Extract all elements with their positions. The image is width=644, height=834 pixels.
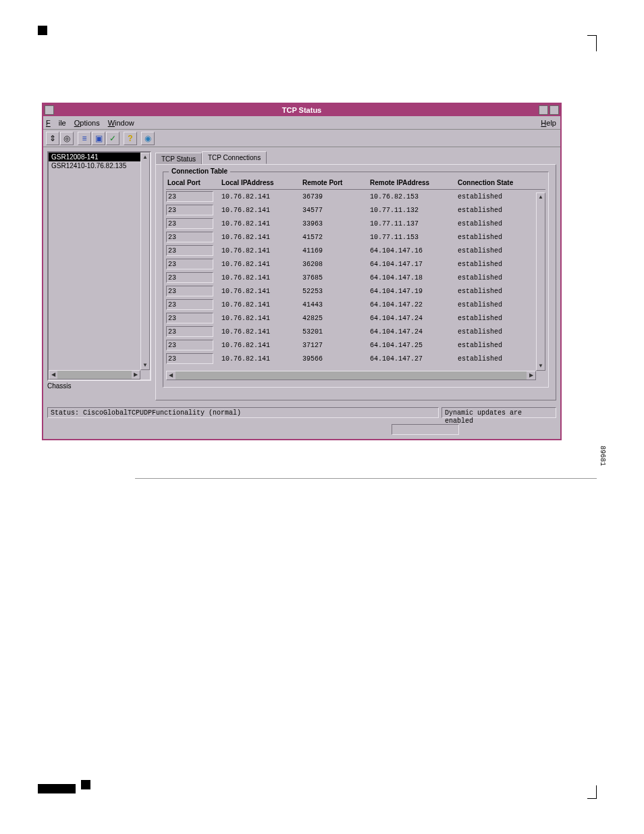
header-local-port[interactable]: Local Port (166, 179, 220, 186)
cell-local-port: 23 (166, 326, 213, 337)
menu-options[interactable]: Options (74, 119, 100, 127)
scroll-up-icon[interactable]: ▲ (141, 153, 149, 161)
cell-conn-state: established (456, 328, 524, 336)
status-text: Status: CiscoGlobalTCPUDPFunctionality (… (47, 407, 439, 418)
header-remote-port[interactable]: Remote Port (301, 179, 369, 186)
cell-remote-port: 36208 (301, 261, 369, 268)
minimize-button[interactable] (539, 105, 548, 115)
cell-conn-state: established (456, 261, 524, 268)
scroll-right-icon[interactable]: ▶ (527, 371, 535, 380)
scroll-down-icon[interactable]: ▼ (537, 362, 545, 370)
crop-mark-h (587, 35, 597, 36)
content-area: GSR12008-141 GSR12410-10.76.82.135 ▲ ▼ ◀… (43, 147, 560, 405)
menu-window[interactable]: Window (108, 119, 134, 127)
cell-local-port: 23 (166, 218, 213, 229)
cell-local-ip: 10.76.82.141 (220, 342, 301, 349)
cell-conn-state: established (456, 220, 524, 228)
table-row[interactable]: 2310.76.82.1414144364.104.147.22establis… (166, 298, 536, 311)
table-row[interactable]: 2310.76.82.1413956664.104.147.27establis… (166, 352, 536, 365)
table-row[interactable]: 2310.76.82.1414116964.104.147.16establis… (166, 244, 536, 257)
menu-help[interactable]: Help (541, 119, 556, 127)
table-row[interactable]: 2310.76.82.1413396310.77.11.137establish… (166, 217, 536, 230)
cell-remote-port: 33963 (301, 220, 369, 228)
cell-conn-state: established (456, 274, 524, 282)
scroll-left-icon[interactable]: ◀ (49, 371, 57, 379)
toolbar-refresh-icon[interactable]: ◉ (141, 132, 155, 145)
cell-local-port: 23 (166, 353, 213, 364)
device-tree[interactable]: GSR12008-141 GSR12410-10.76.82.135 ▲ ▼ ◀… (47, 151, 151, 381)
table-horizontal-scrollbar[interactable]: ◀ ▶ (166, 371, 536, 380)
connection-table-group: Connection Table Local Port Local IPAddr… (163, 172, 549, 388)
table-row[interactable]: 2310.76.82.1415320164.104.147.24establis… (166, 325, 536, 338)
cell-local-ip: 10.76.82.141 (220, 315, 301, 322)
cell-local-port: 23 (166, 340, 213, 350)
cell-local-port: 23 (166, 259, 213, 269)
cell-local-port: 23 (166, 232, 213, 242)
page-crop-marks-bottom (38, 785, 597, 802)
crop-mark-h (587, 798, 597, 799)
toolbar: ⇕ ◎ ≡ ▣ ✓ ? ◉ (43, 130, 560, 147)
cell-remote-port: 34577 (301, 207, 369, 214)
cell-remote-port: 36739 (301, 193, 369, 201)
scrollbar-track[interactable] (176, 371, 527, 380)
cell-local-ip: 10.76.82.141 (220, 193, 301, 201)
cell-remote-port: 37685 (301, 274, 369, 282)
table-row[interactable]: 2310.76.82.1413768564.104.147.18establis… (166, 271, 536, 284)
table-row[interactable]: 2310.76.82.1415225364.104.147.19establis… (166, 284, 536, 298)
cell-remote-port: 53201 (301, 328, 369, 336)
cell-conn-state: established (456, 355, 524, 363)
tree-vertical-scrollbar[interactable]: ▲ ▼ (140, 153, 150, 370)
table-body: 2310.76.82.1413673910.76.82.153establish… (166, 190, 545, 380)
system-menu-button[interactable] (45, 105, 54, 115)
toolbar-list-icon[interactable]: ≡ (78, 132, 91, 145)
horizontal-rule (135, 478, 597, 479)
scroll-left-icon[interactable]: ◀ (167, 371, 175, 380)
header-conn-state[interactable]: Connection State (456, 179, 524, 186)
maximize-button[interactable] (549, 105, 559, 115)
window-titlebar[interactable]: TCP Status (43, 104, 560, 116)
cell-local-ip: 10.76.82.141 (220, 247, 301, 255)
cell-remote-port: 41169 (301, 247, 369, 255)
crop-mark-v (596, 35, 597, 51)
toolbar-print-icon[interactable]: ◎ (60, 132, 74, 145)
cell-remote-ip: 64.104.147.17 (369, 261, 456, 268)
scroll-right-icon[interactable]: ▶ (132, 371, 140, 379)
status-dynamic: Dynamic updates are enabled (441, 407, 556, 418)
tree-item-selected[interactable]: GSR12008-141 (49, 153, 143, 161)
table-row[interactable]: 2310.76.82.1414282564.104.147.24establis… (166, 311, 536, 325)
toolbar-help-icon[interactable]: ? (124, 132, 137, 145)
header-local-ip[interactable]: Local IPAddress (220, 179, 301, 186)
cell-remote-ip: 64.104.147.24 (369, 328, 456, 336)
cell-remote-port: 37127 (301, 342, 369, 349)
menu-file[interactable]: File (46, 119, 66, 127)
table-row[interactable]: 2310.76.82.1413620864.104.147.17establis… (166, 257, 536, 271)
toolbar-check-icon[interactable]: ✓ (106, 132, 119, 145)
cell-remote-port: 39566 (301, 355, 369, 363)
header-remote-ip[interactable]: Remote IPAddress (369, 179, 456, 186)
tree-panel: GSR12008-141 GSR12410-10.76.82.135 ▲ ▼ ◀… (47, 151, 151, 400)
table-row[interactable]: 2310.76.82.1413673910.76.82.153establish… (166, 190, 536, 203)
cell-remote-ip: 10.77.11.137 (369, 220, 456, 228)
tree-item[interactable]: GSR12410-10.76.82.135 (49, 161, 143, 170)
menu-bar: File Options Window Help (43, 116, 560, 130)
table-row[interactable]: 2310.76.82.1413712764.104.147.25establis… (166, 338, 536, 352)
crop-mark-v (596, 785, 597, 799)
table-row[interactable]: 2310.76.82.1414157210.77.11.153establish… (166, 230, 536, 244)
cell-conn-state: established (456, 193, 524, 201)
tree-horizontal-scrollbar[interactable]: ◀ ▶ (49, 370, 140, 380)
tcp-status-window: TCP Status File Options Window Help ⇕ ◎ … (42, 103, 562, 440)
group-title: Connection Table (169, 167, 230, 175)
cell-local-ip: 10.76.82.141 (220, 328, 301, 336)
table-row[interactable]: 2310.76.82.1413457710.77.11.132establish… (166, 203, 536, 217)
scroll-down-icon[interactable]: ▼ (141, 361, 149, 369)
table-vertical-scrollbar[interactable]: ▲ ▼ (536, 192, 545, 371)
crop-mark-square (38, 26, 47, 35)
tab-tcp-connections[interactable]: TCP Connections (202, 151, 267, 164)
cell-local-port: 23 (166, 313, 213, 323)
cell-remote-port: 41443 (301, 301, 369, 309)
toolbar-stop-icon[interactable]: ▣ (92, 132, 105, 145)
toolbar-sort-icon[interactable]: ⇕ (46, 132, 59, 145)
cell-conn-state: established (456, 315, 524, 322)
image-id-label: 89681 (599, 446, 606, 466)
scroll-up-icon[interactable]: ▲ (537, 193, 545, 201)
